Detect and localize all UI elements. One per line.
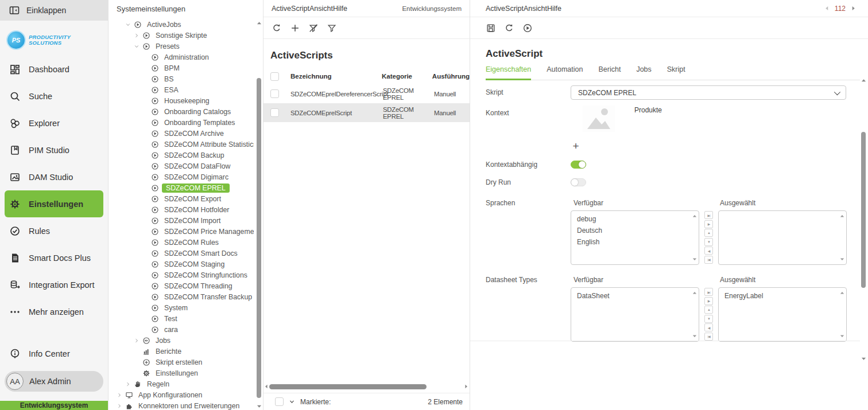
tab[interactable]: Eigenschaften bbox=[486, 65, 531, 80]
tree-item[interactable]: SDZeCOM Attribute Statistics bbox=[108, 139, 254, 150]
tree-item[interactable]: Sonstige Skripte bbox=[108, 30, 254, 41]
tree-item[interactable]: SDZeCOM Import bbox=[108, 215, 254, 226]
tree-expander-icon[interactable] bbox=[142, 283, 151, 289]
sidebar-item[interactable]: DAM Studio bbox=[0, 163, 108, 190]
tree-item[interactable]: Skript erstellen bbox=[108, 357, 254, 368]
list-option[interactable]: EnergyLabel bbox=[719, 290, 846, 302]
tree-expander-icon[interactable] bbox=[117, 392, 125, 398]
tree-expander-icon[interactable] bbox=[134, 338, 142, 343]
scroll-up-icon[interactable] bbox=[861, 78, 866, 83]
move-up-icon[interactable]: ▲ bbox=[704, 306, 713, 314]
tree-expander-icon[interactable] bbox=[134, 360, 142, 365]
tree-expander-icon[interactable] bbox=[142, 54, 151, 60]
sidebar-item[interactable]: PIM Studio bbox=[0, 136, 108, 163]
sidebar-item[interactable]: Integration Export bbox=[0, 271, 108, 298]
scroll-down-icon[interactable] bbox=[861, 356, 866, 361]
tree-item[interactable]: Onboarding Catalogs bbox=[108, 106, 254, 117]
list-option[interactable]: Deutsch bbox=[571, 225, 699, 236]
tree-expander-icon[interactable] bbox=[142, 207, 151, 213]
tree-item[interactable]: SDZeCOM Hotfolder bbox=[108, 204, 254, 215]
tree-item[interactable]: Housekeeping bbox=[108, 95, 254, 106]
row-checkbox[interactable] bbox=[270, 108, 279, 117]
tree-item[interactable]: System bbox=[108, 302, 254, 313]
filter-button[interactable] bbox=[327, 23, 337, 33]
save-button[interactable] bbox=[486, 23, 496, 33]
tab[interactable]: Automation bbox=[547, 65, 583, 80]
tree-item[interactable]: Regeln bbox=[108, 378, 254, 389]
tree-expander-icon[interactable] bbox=[142, 76, 151, 82]
tree-expander-icon[interactable] bbox=[142, 316, 151, 322]
user-menu[interactable]: AA Alex Admin bbox=[5, 371, 103, 392]
tree-item[interactable]: SDZeCOM Archive bbox=[108, 128, 254, 139]
tree-expander-icon[interactable] bbox=[134, 349, 142, 354]
move-left-icon[interactable]: ◀ bbox=[704, 323, 713, 331]
tree-item[interactable]: Presets bbox=[108, 41, 254, 52]
tree-expander-icon[interactable] bbox=[142, 294, 151, 300]
pager-next-icon[interactable] bbox=[851, 6, 856, 11]
tree-item[interactable]: SDZeCOM Price Management bbox=[108, 226, 254, 237]
menu-item[interactable]: Hilfe bbox=[333, 5, 347, 13]
tree-item[interactable]: SDZeCOM Backup bbox=[108, 150, 254, 161]
tree-item[interactable]: SDZeCOM Staging bbox=[108, 259, 254, 270]
tree-expander-icon[interactable] bbox=[134, 370, 142, 376]
footer-checkbox[interactable] bbox=[275, 397, 284, 406]
tree-item[interactable]: SDZeCOM Rules bbox=[108, 237, 254, 248]
column-header-category[interactable]: Kategorie bbox=[382, 73, 432, 80]
sidebar-item[interactable]: Suche bbox=[0, 83, 108, 110]
move-all-right-icon[interactable]: ▶| bbox=[704, 211, 713, 219]
tree-item[interactable]: SDZeCOM Smart Docs bbox=[108, 248, 254, 259]
tree-item[interactable]: Jobs bbox=[108, 335, 254, 346]
sidebar-item[interactable]: Explorer bbox=[0, 110, 108, 136]
move-left-icon[interactable]: ◀ bbox=[704, 247, 713, 255]
tree-expander-icon[interactable] bbox=[142, 229, 151, 235]
datasheet-available-listbox[interactable]: DataSheet bbox=[571, 287, 699, 342]
move-right-icon[interactable]: ▶ bbox=[704, 297, 713, 305]
sprachen-available-listbox[interactable]: debugDeutschEnglish bbox=[571, 210, 699, 265]
menu-item[interactable]: Ansicht bbox=[524, 5, 547, 13]
table-row[interactable]: SDZeCOMEprelScript SDZeCOM EPREL Manuell bbox=[264, 103, 470, 122]
clear-filter-button[interactable] bbox=[308, 23, 319, 33]
tree-expander-icon[interactable] bbox=[142, 218, 151, 224]
tree-item[interactable]: Test bbox=[108, 313, 254, 324]
tree-expander-icon[interactable] bbox=[142, 251, 151, 256]
tree-item[interactable]: SDZeCOM Digimarc bbox=[108, 171, 254, 182]
tab[interactable]: Jobs bbox=[636, 65, 651, 80]
move-right-icon[interactable]: ▶ bbox=[704, 220, 713, 228]
tree-scrollbar[interactable] bbox=[255, 21, 262, 409]
tree-item[interactable]: Konnektoren und Erweiterungen bbox=[108, 400, 254, 410]
tree-item[interactable]: App Konfigurationen bbox=[108, 389, 254, 400]
menu-item[interactable]: Hilfe bbox=[547, 5, 561, 13]
chevron-down-icon[interactable] bbox=[289, 399, 295, 405]
sidebar-item[interactable]: Mehr anzeigen bbox=[0, 298, 108, 325]
tree-expander-icon[interactable] bbox=[142, 163, 151, 169]
add-context-button[interactable]: + bbox=[571, 141, 581, 151]
tab[interactable]: Bericht bbox=[598, 65, 621, 80]
skript-select[interactable]: SDZeCOM EPREL bbox=[571, 85, 846, 100]
tree-item[interactable]: BPM bbox=[108, 63, 254, 73]
scroll-up-icon[interactable] bbox=[257, 21, 262, 26]
list-option[interactable]: DataSheet bbox=[571, 290, 699, 302]
sidebar-item[interactable]: Rules bbox=[0, 217, 108, 244]
detail-scrollbar[interactable] bbox=[860, 78, 867, 361]
tree-expander-icon[interactable] bbox=[134, 33, 142, 38]
move-all-right-icon[interactable]: ▶| bbox=[704, 288, 713, 296]
tree-expander-icon[interactable] bbox=[142, 109, 151, 115]
scroll-down-icon[interactable] bbox=[840, 257, 844, 261]
tree-item[interactable]: SDZeCOM DataFlow bbox=[108, 161, 254, 171]
tree-expander-icon[interactable] bbox=[142, 131, 151, 136]
tree-expander-icon[interactable] bbox=[142, 98, 151, 104]
run-button[interactable] bbox=[522, 23, 533, 33]
move-down-icon[interactable]: ▼ bbox=[704, 315, 713, 323]
tree-item[interactable]: Einstellungen bbox=[108, 368, 254, 378]
tab[interactable]: Skript bbox=[667, 65, 685, 80]
tree-expander-icon[interactable] bbox=[142, 240, 151, 245]
scroll-down-icon[interactable] bbox=[840, 334, 844, 338]
tree-expander-icon[interactable] bbox=[125, 22, 134, 28]
refresh-button[interactable] bbox=[504, 23, 514, 33]
menu-item[interactable]: ActiveScript bbox=[272, 5, 309, 13]
scroll-down-icon[interactable] bbox=[692, 334, 697, 338]
move-up-icon[interactable]: ▲ bbox=[704, 229, 713, 237]
refresh-button[interactable] bbox=[272, 23, 282, 33]
tree-expander-icon[interactable] bbox=[142, 87, 151, 93]
column-header-name[interactable]: Bezeichnung bbox=[290, 73, 382, 80]
